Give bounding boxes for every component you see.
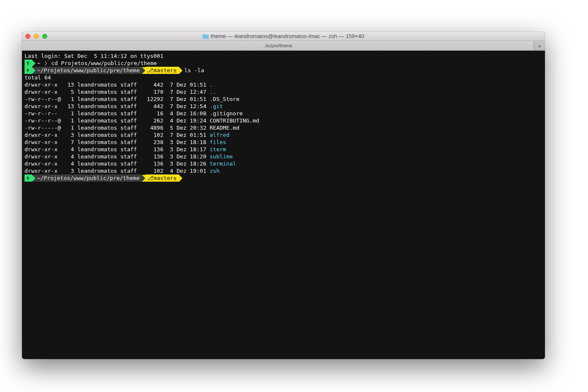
prompt-path-seg: ~/Projetos/www/public/pre/theme — [35, 174, 142, 182]
file-name: iterm — [210, 146, 226, 152]
prompt-branch-seg: ⎇ master± — [145, 174, 179, 182]
ls-row: drwxr-xr-x 13 leandromatos staff 442 7 D… — [24, 103, 542, 110]
folder-icon — [203, 34, 209, 38]
prompt-status-seg: ✝ — [24, 174, 32, 182]
arrow-icon — [179, 175, 182, 182]
cross-icon: ✝ — [26, 67, 30, 74]
file-name: .gitignore — [210, 110, 242, 117]
ls-row: -rw-r--r--@ 1 leandromatos staff 12292 7… — [24, 95, 542, 103]
ls-row: -rw-r--r-- 1 leandromatos staff 16 4 Dez… — [24, 110, 542, 117]
window-title-text: theme — leandromatos@leandromatos-imac —… — [211, 33, 364, 39]
titlebar: theme — leandromatos@leandromatos-imac —… — [22, 32, 545, 41]
prompt-path: ~/Projetos/www/public/pre/theme — [37, 67, 140, 74]
arrow-icon — [32, 67, 35, 74]
branch-text: master± — [153, 67, 177, 74]
file-name: zsh — [210, 168, 219, 174]
ls-row: drwxr-xr-x 4 leandromatos staff 136 3 De… — [24, 160, 542, 167]
ls-row: drwxr-xr-x 4 leandromatos staff 136 3 De… — [24, 153, 542, 160]
branch-text: master± — [153, 174, 177, 182]
prompt-status-seg: ✝ — [24, 67, 32, 74]
last-login-line: Last login: Sat Dec 5 11:14:12 on ttys00… — [24, 52, 542, 60]
prompt-line-2: ✝ ~/Projetos/www/public/pre/theme ⎇ mast… — [24, 67, 542, 74]
prompt-path: ~ ❯ cd Projetos/www/public/pre/theme — [35, 60, 157, 67]
prompt-status-seg: ✝ — [24, 60, 32, 67]
window-title: theme — leandromatos@leandromatos-imac —… — [203, 33, 364, 39]
file-name: alfred — [210, 132, 229, 138]
ls-row: drwxr-xr-x 3 leandromatos staff 102 7 De… — [24, 131, 542, 139]
prompt-line-1: ✝ ~ ❯ cd Projetos/www/public/pre/theme — [24, 60, 542, 67]
file-name: sublime — [210, 153, 233, 160]
ls-row: drwxr-xr-x 13 leandromatos staff 442 7 D… — [24, 81, 542, 88]
ls-output: drwxr-xr-x 13 leandromatos staff 442 7 D… — [24, 81, 542, 174]
file-name: .. — [210, 89, 216, 95]
prompt-path: ~/Projetos/www/public/pre/theme — [37, 174, 140, 182]
file-name: terminal — [210, 161, 236, 167]
cross-icon: ✝ — [26, 60, 30, 67]
branch-icon: ⎇ — [147, 67, 153, 74]
file-name: .git — [210, 103, 223, 109]
arrow-icon — [32, 60, 35, 67]
command-text: ls -la — [182, 67, 204, 74]
arrow-icon — [32, 175, 35, 182]
file-name: README.md — [210, 125, 239, 131]
chevron-right-icon: ❯ — [44, 60, 48, 66]
command-text: cd Projetos/www/public/pre/theme — [51, 60, 157, 66]
prompt-path-seg: ~/Projetos/www/public/pre/theme — [35, 67, 142, 74]
prompt-branch-seg: ⎇ master± — [145, 67, 179, 74]
maximize-button[interactable] — [42, 34, 47, 39]
tab-label: ..lic/pre/theme — [263, 43, 292, 48]
arrow-icon — [179, 67, 182, 74]
ls-row: drwxr-xr-x 4 leandromatos staff 136 3 De… — [24, 146, 542, 153]
terminal-window: theme — leandromatos@leandromatos-imac —… — [22, 32, 545, 359]
arrow-icon — [142, 67, 145, 74]
file-name: .DS_Store — [210, 96, 239, 102]
plus-icon: + — [538, 42, 542, 49]
ls-row: drwxr-xr-x 5 leandromatos staff 170 7 De… — [24, 88, 542, 95]
file-name: files — [210, 139, 226, 145]
ls-row: -rw-r-----@ 1 leandromatos staff 4896 5 … — [24, 124, 542, 131]
cross-icon: ✝ — [26, 174, 30, 182]
file-name: CONTRIBUTING.md — [210, 117, 259, 124]
terminal-body[interactable]: Last login: Sat Dec 5 11:14:12 on ttys00… — [22, 51, 545, 359]
tab-active[interactable]: ..lic/pre/theme — [22, 41, 534, 50]
prompt-line-3: ✝ ~/Projetos/www/public/pre/theme ⎇ mast… — [24, 174, 542, 182]
arrow-icon — [142, 175, 145, 182]
branch-icon: ⎇ — [147, 174, 153, 182]
file-name: . — [210, 82, 213, 88]
ls-row: drwxr-xr-x 3 leandromatos staff 102 4 De… — [24, 167, 542, 174]
tabbar: ..lic/pre/theme + — [22, 41, 545, 51]
minimize-button[interactable] — [34, 34, 39, 39]
ls-row: -rw-r--r--@ 1 leandromatos staff 262 4 D… — [24, 117, 542, 124]
traffic-lights — [25, 34, 47, 39]
ls-total: total 64 — [24, 74, 542, 81]
new-tab-button[interactable]: + — [534, 41, 545, 50]
ls-row: drwxr-xr-x 7 leandromatos staff 238 3 De… — [24, 139, 542, 146]
close-button[interactable] — [25, 34, 30, 39]
